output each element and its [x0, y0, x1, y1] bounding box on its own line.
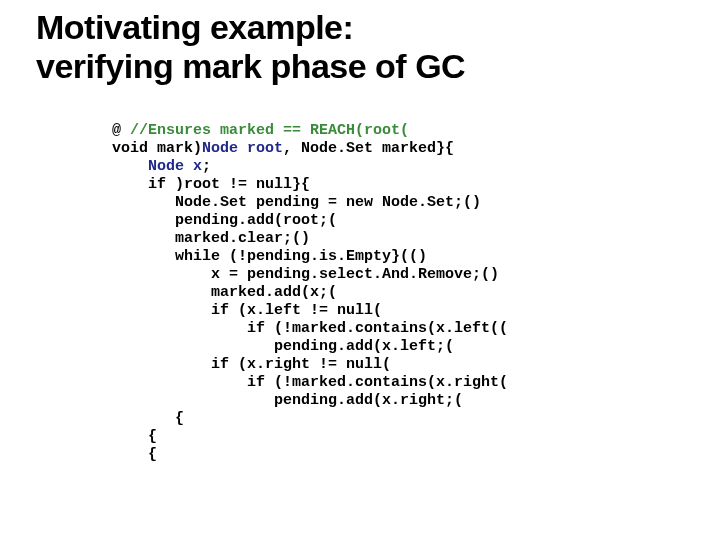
code-line: marked.clear;(): [112, 230, 310, 247]
code-line: void mark)Node root, Node.Set marked}{: [112, 140, 454, 157]
code-line: if (!marked.contains(x.right(: [112, 374, 508, 391]
code-line: x = pending.select.And.Remove;(): [112, 266, 499, 283]
code-block: @ //Ensures marked == REACH(root( void m…: [112, 104, 700, 464]
code-line: pending.add(x.left;(: [112, 338, 454, 355]
code-line: Node x;: [112, 158, 211, 175]
code-line: {: [112, 446, 157, 463]
code-line: {: [112, 410, 184, 427]
code-line: if (x.right != null(: [112, 356, 391, 373]
code-line: while (!pending.is.Empty}((): [112, 248, 427, 265]
title-line-2: verifying mark phase of GC: [36, 47, 465, 85]
var-decl: Node x: [148, 158, 202, 175]
code-line: if (!marked.contains(x.left((: [112, 320, 508, 337]
code-line: marked.add(x;(: [112, 284, 337, 301]
code-line: @ //Ensures marked == REACH(root(: [112, 122, 409, 139]
title-line-1: Motivating example:: [36, 8, 353, 46]
code-line: if )root != null}{: [112, 176, 310, 193]
slide-title: Motivating example: verifying mark phase…: [36, 8, 700, 86]
code-line: Node.Set pending = new Node.Set;(): [112, 194, 481, 211]
param-decl: Node root: [202, 140, 283, 157]
code-line: {: [112, 428, 157, 445]
code-line: if (x.left != null(: [112, 302, 382, 319]
code-line: pending.add(x.right;(: [112, 392, 463, 409]
annotation-comment: //Ensures marked == REACH(root(: [130, 122, 409, 139]
code-line: pending.add(root;(: [112, 212, 337, 229]
